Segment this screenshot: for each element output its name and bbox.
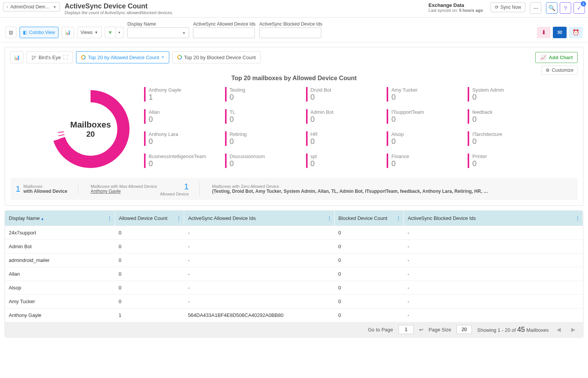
chevron-down-icon: ▼ [95,31,98,34]
top-allowed-tab[interactable]: Top 20 by Allowed Device Count × [76,51,169,63]
top-blocked-tab[interactable]: Top 20 by Blocked Device Count [172,51,261,63]
legend-item[interactable]: ITsupportTeam0 [387,109,458,124]
cell-blocked: 0 [334,267,404,281]
legend-value: 0 [391,115,458,124]
refresh-icon: ⟳ [495,5,499,10]
summary-max-link[interactable]: Anthony Gayle [91,189,121,194]
email-button[interactable]: ✉ [553,27,567,38]
birds-eye-tab[interactable]: 🕊 Bird's Eye ⛶ [26,51,73,63]
cell-allowed-ids: 564DA433A1BF4E8D506CA40292A0BB80 [184,309,334,322]
clock-icon: ⏰ [572,29,580,36]
col-display-name[interactable]: Display Name▴ ⋮ [5,211,115,226]
col-blocked-count[interactable]: Blocked Device Count ⋮ [334,211,404,226]
legend-value: 0 [149,159,216,168]
tasks-button[interactable]: ✓ [573,2,585,14]
views-dropdown[interactable]: Views ▼ [77,27,102,38]
bar-chart-tab[interactable]: 📊 [10,51,23,63]
legend-item[interactable]: Alsop0 [387,131,458,146]
legend-name: Droid Bot [311,87,378,93]
col-blocked-ids[interactable]: ActiveSync Blocked Device Ids ⋮ [404,211,583,226]
col-allowed-ids[interactable]: ActiveSync Allowed Device Ids ⋮ [184,211,334,226]
legend-item[interactable]: BusinessIntelligenceTeam0 [144,153,216,168]
next-page-button[interactable]: ▶ [569,325,578,334]
sync-data-title: Exchange Data [429,2,483,8]
chart-view-button[interactable]: 📊 [62,27,74,38]
legend-item[interactable]: TL0 [225,109,297,124]
legend-item[interactable]: Allan0 [144,109,216,124]
legend-value: 1 [149,93,216,102]
column-menu-icon[interactable]: ⋮ [176,215,181,221]
display-name-select[interactable]: ▼ [127,27,189,38]
document-view-button[interactable]: ▤ [5,27,16,38]
table-row[interactable]: Admin Bot0-0- [5,240,583,254]
legend-item[interactable]: Amy Tucker0 [387,87,458,102]
page-size-label: Page Size [429,327,451,333]
page-title: ActiveSync Device Count [65,2,173,10]
column-menu-icon[interactable]: ⋮ [396,215,401,221]
download-button[interactable]: ⬇ [537,27,551,38]
sync-now-button[interactable]: ⟳ Sync Now [491,2,525,12]
legend-name: spl [311,153,378,159]
blocked-ids-input[interactable] [259,27,321,38]
legend-item[interactable]: feedback0 [468,109,539,124]
cell-allowed-ids: - [184,281,334,295]
sync-status: Last synced on: 5 hours ago [429,8,483,13]
cell-blocked: 0 [334,295,404,309]
legend-item[interactable]: Discussionroom0 [225,153,297,168]
legend-item[interactable]: Admin Bot0 [306,109,378,124]
legend-item[interactable]: HR0 [306,131,378,146]
add-chart-button[interactable]: 📈 Add Chart [535,52,578,63]
legend-item[interactable]: Printer0 [468,153,539,168]
column-menu-icon[interactable]: ⋮ [327,215,332,221]
legend-item[interactable]: Droid Bot0 [306,87,378,102]
summary-label: Mailboxes with Zero Allowed Device [212,184,562,189]
prev-page-button[interactable]: ◀ [554,325,563,334]
chart-title: Top 20 mailboxes by Allowed Device Count [10,75,578,82]
table-row[interactable]: 24x7support0-0- [5,226,583,240]
table-row[interactable]: Amy Tucker0-0- [5,295,583,309]
legend-name: Testing [230,87,297,93]
cell-allowed-ids: - [184,295,334,309]
more-options-button[interactable]: ⋯ [530,2,541,14]
enter-icon: ↩ [419,327,423,333]
legend-name: Anthony Gayle [149,87,216,93]
email-icon: ✉ [557,29,562,36]
blocked-ids-label: ActiveSync Blocked Device Ids [259,21,322,27]
legend-name: Anthony Lara [149,131,216,137]
legend-item[interactable]: Retiring0 [225,131,297,146]
column-menu-icon[interactable]: ⋮ [107,215,112,221]
legend-item[interactable]: Anthony Gayle1 [144,87,216,102]
legend-item[interactable]: spl0 [306,153,378,168]
close-icon[interactable]: × [162,55,164,60]
combo-view-button[interactable]: ◧ Combo View [19,27,58,38]
legend-item[interactable]: Finance0 [387,153,458,168]
legend-item[interactable]: Testing0 [225,87,297,102]
tenant-selector[interactable]: › AdminDroid Dem… ▼ [3,2,60,11]
legend-item[interactable]: ITarchitecture0 [468,131,539,146]
col-allowed-count[interactable]: Allowed Device Count ⋮ [115,211,184,226]
legend-name: ITarchitecture [472,131,539,137]
cell-name: admindroid_mailer [5,254,115,267]
column-menu-icon[interactable]: ⋮ [575,215,580,221]
allowed-ids-input[interactable] [193,27,255,38]
filter-button[interactable]: ▼ [105,27,116,38]
schedule-button[interactable]: ⏰ [569,27,583,38]
customize-button[interactable]: ⚙ Customize [541,66,578,75]
help-button[interactable]: ? [560,2,571,14]
page-size-input[interactable] [457,325,472,334]
cell-blocked: 0 [334,226,404,240]
search-button[interactable]: 🔍 [546,2,557,14]
summary-label: Mailboxes [23,184,67,189]
table-row[interactable]: Alsop0-0- [5,281,583,295]
cell-blocked-ids: - [404,309,583,322]
legend-item[interactable]: Anthony Lara0 [144,131,216,146]
legend-item[interactable]: System Admin0 [468,87,539,102]
table-row[interactable]: Anthony Gayle1564DA433A1BF4E8D506CA40292… [5,309,583,322]
chevron-down-icon: ▾ [118,31,120,34]
page-number-input[interactable] [398,325,414,334]
table-row[interactable]: admindroid_mailer0-0- [5,254,583,267]
donut-icon [176,54,183,61]
legend-name: Amy Tucker [391,87,458,93]
table-row[interactable]: Allan0-0- [5,267,583,281]
filter-dropdown[interactable]: ▾ [116,27,123,38]
